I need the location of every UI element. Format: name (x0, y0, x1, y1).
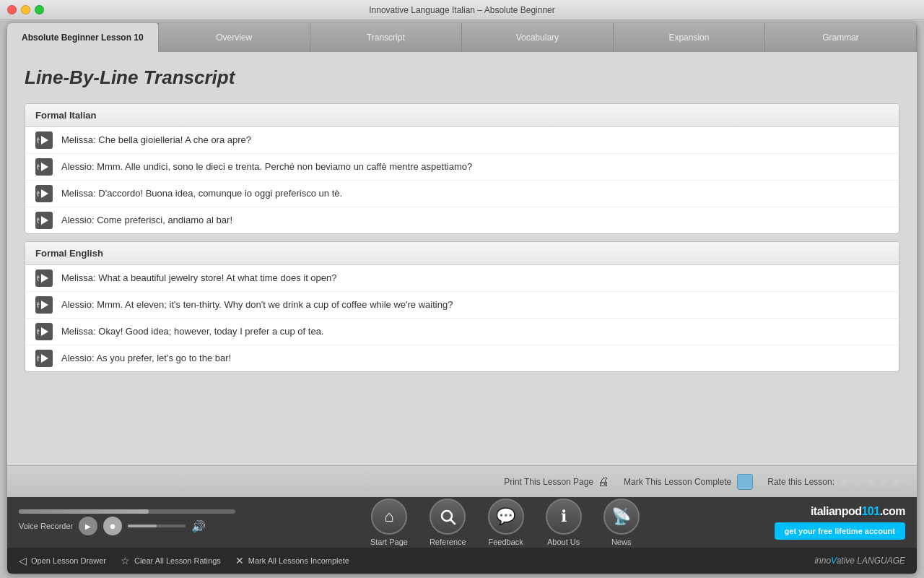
nav-label-reference: Reference (430, 538, 466, 546)
mark-incomplete-button[interactable]: ✕ Mark All Lessons Incomplete (235, 555, 349, 566)
transcript-row: Alessio: Mmm. Alle undici, sono le dieci… (25, 154, 899, 181)
transcript-row: Alessio: Mmm. At eleven; it's ten-thirty… (25, 292, 899, 319)
progress-track[interactable] (19, 509, 235, 514)
tab-bar: Absolute Beginner Lesson 10 Overview Tra… (7, 23, 917, 52)
nav-icon-about-us: ℹ (546, 499, 582, 535)
transcript-line: Alessio: As you prefer, let's go to the … (61, 352, 231, 365)
progress-section: Voice Recorder ▶ ⏺ 🔊 (19, 509, 235, 535)
nav-item-start-page[interactable]: ⌂Start Page (370, 499, 408, 546)
star-5[interactable]: ★ (891, 474, 902, 490)
complete-checkbox[interactable] (737, 474, 753, 490)
audio-play-icon[interactable] (35, 323, 53, 340)
audio-play-icon[interactable] (35, 296, 53, 314)
minimize-button[interactable] (21, 5, 30, 14)
transcript-row: Melissa: Okay! Good idea; however, today… (25, 319, 899, 345)
audio-play-icon[interactable] (35, 185, 53, 202)
star-2[interactable]: ★ (852, 474, 863, 490)
progress-fill (19, 509, 149, 514)
rate-lesson: Rate this Lesson: ★ ★ ★ ★ ★ (767, 474, 902, 490)
footer-bar: ◁ Open Lesson Drawer ☆ Clear All Lesson … (7, 548, 917, 574)
transcript-row: Melissa: D'accordo! Buona idea, comunque… (25, 181, 899, 207)
audio-play-icon[interactable] (35, 158, 53, 176)
star-3[interactable]: ★ (865, 474, 876, 490)
page-title: Line-By-Line Transcript (25, 66, 899, 89)
volume-fill (128, 525, 157, 527)
transcript-line: Alessio: Mmm. Alle undici, sono le dieci… (61, 160, 472, 173)
account-domain: italianpod101.com (811, 505, 905, 518)
play-button[interactable]: ▶ (79, 517, 97, 535)
nav-item-reference[interactable]: Reference (430, 499, 466, 546)
tab-grammar[interactable]: Grammar (765, 23, 917, 52)
window-title: Innovative Language Italian – Absolute B… (369, 5, 555, 15)
volume-icon: 🔊 (191, 519, 206, 533)
audio-play-icon[interactable] (35, 212, 53, 229)
audio-play-icon[interactable] (35, 350, 53, 367)
tab-active[interactable]: Absolute Beginner Lesson 10 (7, 23, 159, 52)
player-bar: Voice Recorder ▶ ⏺ 🔊 ⌂Start PageReferenc… (7, 497, 917, 548)
nav-item-about-us[interactable]: ℹAbout Us (546, 499, 582, 546)
print-icon: 🖨 (598, 475, 609, 488)
mark-incomplete-label: Mark All Lessons Incomplete (248, 556, 349, 565)
transcript-line: Melissa: Okay! Good idea; however, today… (61, 325, 323, 338)
star-icon: ☆ (121, 555, 130, 566)
tab-overview[interactable]: Overview (159, 23, 310, 52)
mark-complete-label: Mark This Lesson Complete (624, 477, 731, 487)
open-drawer-button[interactable]: ◁ Open Lesson Drawer (19, 555, 106, 566)
star-4[interactable]: ★ (878, 474, 889, 490)
nav-icon-news: 📡 (603, 499, 640, 535)
section-header-formal-italian: Formal Italian (25, 104, 899, 127)
tab-expansion[interactable]: Expansion (614, 23, 765, 52)
svg-line-25 (450, 519, 455, 524)
rate-label: Rate this Lesson: (767, 477, 834, 487)
nav-icon-feedback: 💬 (488, 499, 524, 535)
section-header-formal-english: Formal English (25, 242, 899, 265)
nav-label-news: News (611, 538, 632, 546)
tab-vocabulary[interactable]: Vocabulary (462, 23, 614, 52)
bottom-nav: ⌂Start PageReference💬FeedbackℹAbout Us📡N… (247, 499, 763, 546)
transcript-row: Alessio: As you prefer, let's go to the … (25, 345, 899, 371)
voice-recorder-section: Voice Recorder ▶ ⏺ 🔊 (19, 517, 235, 535)
transcript-row: Melissa: Che bella gioielleria! A che or… (25, 127, 899, 154)
transcript-line: Alessio: Mmm. At eleven; it's ten-thirty… (61, 298, 453, 311)
audio-play-icon[interactable] (35, 131, 53, 149)
drawer-icon: ◁ (19, 555, 27, 566)
nav-item-feedback[interactable]: 💬Feedback (488, 499, 524, 546)
nav-label-about-us: About Us (547, 538, 580, 546)
transcript-line: Alessio: Come preferisci, andiamo al bar… (61, 214, 232, 227)
close-button[interactable] (7, 5, 17, 14)
nav-label-feedback: Feedback (489, 538, 523, 546)
window-controls[interactable] (7, 5, 44, 14)
signup-button[interactable]: get your free lifetime account (775, 522, 905, 540)
titlebar: Innovative Language Italian – Absolute B… (0, 0, 924, 20)
tab-transcript[interactable]: Transcript (310, 23, 462, 52)
transcript-row: Alessio: Come preferisci, andiamo al bar… (25, 207, 899, 233)
nav-icon-start-page: ⌂ (371, 499, 407, 535)
nav-item-news[interactable]: 📡News (603, 499, 640, 546)
footer-brand: innoVative LANGUAGE (814, 556, 905, 566)
star-1[interactable]: ★ (839, 474, 850, 490)
star-rating[interactable]: ★ ★ ★ ★ ★ (839, 474, 902, 490)
transcript-line: Melissa: What a beautiful jewelry store!… (61, 272, 337, 285)
print-label: Print This Lesson Page (504, 477, 593, 487)
nav-label-start-page: Start Page (370, 538, 408, 546)
x-icon: ✕ (235, 555, 244, 566)
volume-bar[interactable] (128, 525, 186, 527)
mark-complete-button[interactable]: Mark This Lesson Complete (624, 474, 753, 490)
audio-play-icon[interactable] (35, 269, 53, 287)
account-section: italianpod101.com get your free lifetime… (775, 505, 905, 540)
content-area: Line-By-Line Transcript Formal Italian M… (7, 52, 917, 465)
main-window: Absolute Beginner Lesson 10 Overview Tra… (7, 23, 917, 574)
record-button[interactable]: ⏺ (103, 517, 122, 535)
clear-ratings-label: Clear All Lesson Ratings (134, 556, 221, 565)
transcript-container: Formal Italian Melissa: Che bella gioiel… (25, 103, 899, 372)
nav-icon-reference (430, 499, 466, 535)
print-button[interactable]: Print This Lesson Page 🖨 (504, 475, 609, 488)
transcript-line: Melissa: Che bella gioielleria! A che or… (61, 134, 251, 147)
section-formal-italian: Formal Italian Melissa: Che bella gioiel… (25, 103, 899, 234)
transcript-line: Melissa: D'accordo! Buona idea, comunque… (61, 187, 342, 200)
section-formal-english: Formal English Melissa: What a beautiful… (25, 241, 899, 372)
clear-ratings-button[interactable]: ☆ Clear All Lesson Ratings (121, 555, 221, 566)
maximize-button[interactable] (35, 5, 44, 14)
transcript-row: Melissa: What a beautiful jewelry store!… (25, 265, 899, 292)
voice-recorder-label: Voice Recorder (19, 522, 73, 530)
